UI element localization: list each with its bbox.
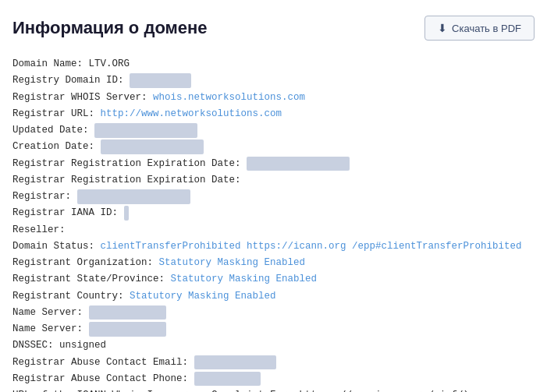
whois-value-blurred: abuse@netsol.com bbox=[194, 355, 277, 370]
whois-value-link[interactable]: whois.networksolutions.com bbox=[153, 92, 305, 103]
whois-value-blurred: ns1.example.com bbox=[89, 305, 166, 320]
whois-label: Registrant Country: bbox=[12, 291, 130, 302]
whois-label: Registry Domain ID: bbox=[12, 75, 130, 86]
whois-value-blurred: 2021-05-01T00:00:000 bbox=[247, 157, 350, 171]
page-header: Информация о домене ⬇ Скачать в PDF bbox=[12, 16, 535, 41]
whois-value-blurred: Network Solutions, Inc bbox=[77, 189, 190, 204]
whois-label: Registrar Abuse Contact Phone: bbox=[12, 373, 194, 384]
whois-value-redacted: Statutory Masking Enabled bbox=[159, 257, 306, 268]
whois-line: Registrant State/Province: Statutory Mas… bbox=[12, 271, 535, 288]
whois-content: Domain Name: LTV.ORGRegistry Domain ID: … bbox=[12, 56, 535, 392]
whois-value-plain: LTV.ORG bbox=[89, 58, 130, 69]
whois-label: Registrar WHOIS Server: bbox=[12, 92, 153, 103]
whois-line: Name Server: ns1.example.com bbox=[12, 305, 535, 321]
whois-label: Registrar IANA ID: bbox=[12, 207, 124, 218]
whois-label: Updated Date: bbox=[12, 125, 94, 136]
whois-line: Registrar Registration Expiration Date: … bbox=[12, 156, 535, 172]
whois-label: Name Server: bbox=[12, 307, 89, 318]
whois-line: DNSSEC: unsigned bbox=[12, 337, 535, 354]
download-icon: ⬇ bbox=[438, 22, 447, 34]
whois-value-redacted: Statutory Masking Enabled bbox=[171, 274, 318, 284]
download-pdf-button[interactable]: ⬇ Скачать в PDF bbox=[424, 16, 535, 41]
whois-line: Reseller: bbox=[12, 222, 535, 238]
whois-label: Registrar URL: bbox=[12, 108, 101, 119]
whois-value-blurred: 2 bbox=[124, 206, 130, 221]
whois-line: Registrant Organization: Statutory Maski… bbox=[12, 255, 535, 271]
whois-line: Updated Date: 2019-11-20T13:54:002 bbox=[12, 122, 535, 139]
whois-label: Creation Date: bbox=[12, 141, 101, 152]
whois-line: Name Server: ns2.example.com bbox=[12, 321, 535, 337]
whois-label: Domain Status: bbox=[12, 241, 101, 252]
whois-value-blurred: 1997-04-22T14:00:002 bbox=[101, 139, 204, 154]
whois-line: Registrar: Network Solutions, Inc bbox=[12, 189, 535, 205]
whois-value-plain: unsigned bbox=[59, 340, 106, 351]
whois-line: Registrar WHOIS Server: whois.networksol… bbox=[12, 90, 535, 106]
whois-line: Registry Domain ID: 1234567-LROR bbox=[12, 72, 535, 89]
whois-label: DNSSEC: bbox=[12, 340, 59, 351]
download-label: Скачать в PDF bbox=[452, 23, 521, 34]
whois-label: Registrar: bbox=[12, 191, 77, 202]
page-title: Информация о домене bbox=[12, 18, 208, 38]
whois-line: Registrar IANA ID: 2 bbox=[12, 205, 535, 221]
whois-label: Registrant State/Province: bbox=[12, 274, 171, 284]
whois-line: Registrar Registration Expiration Date: bbox=[12, 172, 535, 189]
whois-line: Creation Date: 1997-04-22T14:00:002 bbox=[12, 139, 535, 155]
whois-label: Registrar Registration Expiration Date: bbox=[12, 175, 247, 185]
whois-line: Domain Status: clientTransferProhibited … bbox=[12, 238, 535, 255]
whois-label: Registrar Abuse Contact Email: bbox=[12, 357, 194, 368]
whois-line: Registrar Abuse Contact Phone: +1.800333… bbox=[12, 371, 535, 387]
whois-label: Name Server: bbox=[12, 323, 89, 334]
whois-line: URL of the ICANN Whois Inaccuracy Compla… bbox=[12, 387, 535, 392]
whois-label: Domain Name: bbox=[12, 58, 89, 69]
whois-line: Registrant Country: Statutory Masking En… bbox=[12, 288, 535, 305]
whois-value-blurred: 2019-11-20T13:54:002 bbox=[94, 123, 197, 138]
whois-value-redacted: Statutory Masking Enabled bbox=[130, 291, 276, 302]
whois-line: Domain Name: LTV.ORG bbox=[12, 56, 535, 72]
whois-value-link[interactable]: clientTransferProhibited https://icann.o… bbox=[101, 241, 522, 252]
whois-value-link[interactable]: http://www.networksolutions.com bbox=[101, 108, 282, 119]
whois-label: Reseller: bbox=[12, 224, 71, 235]
whois-label: Registrant Organization: bbox=[12, 257, 159, 268]
whois-label: Registrar Registration Expiration Date: bbox=[12, 158, 247, 169]
whois-value-blurred: +1.8003337680 bbox=[194, 372, 261, 387]
whois-line: Registrar Abuse Contact Email: abuse@net… bbox=[12, 355, 535, 371]
whois-value-blurred: 1234567-LROR bbox=[130, 73, 191, 88]
whois-value-blurred: ns2.example.com bbox=[89, 322, 166, 337]
whois-line: Registrar URL: http://www.networksolutio… bbox=[12, 106, 535, 122]
